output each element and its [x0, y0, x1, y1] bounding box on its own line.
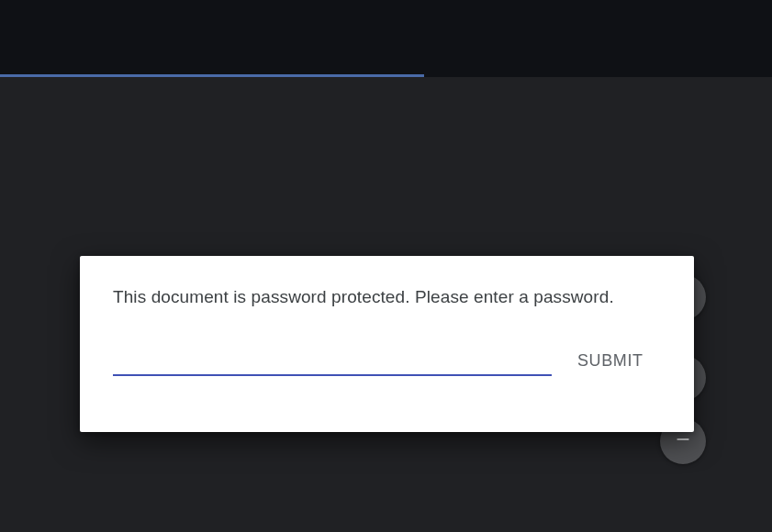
password-dialog: This document is password protected. Ple…: [80, 256, 694, 432]
minus-icon: [673, 429, 693, 453]
submit-button[interactable]: SUBMIT: [574, 346, 647, 376]
top-bar: [0, 0, 772, 77]
dialog-message: This document is password protected. Ple…: [113, 287, 661, 307]
dialog-input-row: SUBMIT: [113, 346, 661, 376]
pdf-viewer-area: This document is password protected. Ple…: [0, 77, 772, 532]
password-input[interactable]: [113, 349, 552, 376]
